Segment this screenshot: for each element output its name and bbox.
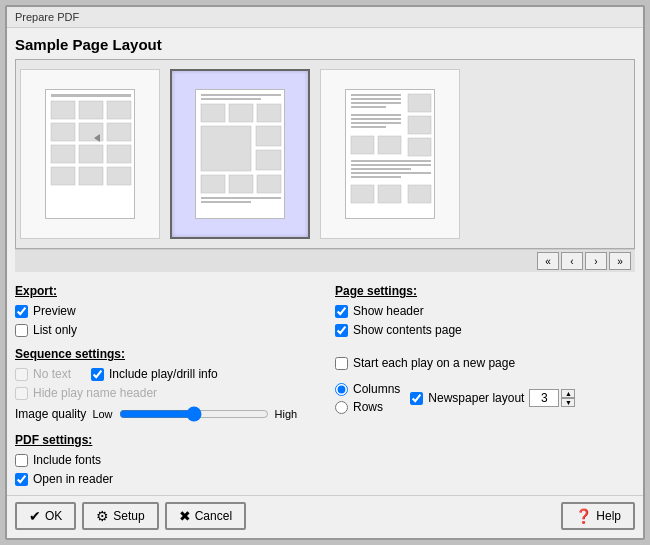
svg-rect-29 <box>351 102 401 104</box>
image-quality-slider[interactable] <box>119 406 269 422</box>
svg-rect-19 <box>201 126 251 171</box>
layout-thumb-3[interactable] <box>320 69 460 239</box>
rows-radio[interactable] <box>335 401 348 414</box>
thumb-inner-1 <box>45 89 135 219</box>
help-button[interactable]: ❓ Help <box>561 502 635 530</box>
list-only-label: List only <box>33 323 77 337</box>
left-panel: Export: Preview List only Sequence setti… <box>15 278 315 487</box>
nav-bar: « ‹ › » <box>15 249 635 272</box>
svg-rect-35 <box>351 122 401 124</box>
svg-rect-4 <box>51 123 75 141</box>
svg-rect-32 <box>408 116 431 134</box>
image-quality-label: Image quality <box>15 407 86 421</box>
ok-button[interactable]: ✔ OK <box>15 502 76 530</box>
svg-rect-40 <box>351 160 431 162</box>
spin-up-button[interactable]: ▲ <box>561 389 575 398</box>
svg-rect-33 <box>351 114 401 116</box>
columns-radio[interactable] <box>335 383 348 396</box>
svg-rect-27 <box>351 94 401 96</box>
svg-rect-10 <box>51 167 75 185</box>
no-text-label: No text <box>33 367 71 381</box>
nav-first-button[interactable]: « <box>537 252 559 270</box>
no-text-checkbox[interactable] <box>15 368 28 381</box>
image-quality-high: High <box>275 408 298 420</box>
svg-rect-8 <box>79 145 103 163</box>
include-play-drill-row: Include play/drill info <box>91 366 218 382</box>
setup-button[interactable]: ⚙ Setup <box>82 502 158 530</box>
ok-label: OK <box>45 509 62 523</box>
image-quality-low: Low <box>92 408 112 420</box>
col-row-radio-group: Columns Rows <box>335 382 400 414</box>
preview-checkbox[interactable] <box>15 305 28 318</box>
list-only-checkbox[interactable] <box>15 324 28 337</box>
open-in-reader-checkbox[interactable] <box>15 473 28 486</box>
start-each-row: Start each play on a new page <box>335 355 635 371</box>
include-play-drill-checkbox[interactable] <box>91 368 104 381</box>
svg-rect-16 <box>201 104 225 122</box>
svg-rect-41 <box>351 164 431 166</box>
svg-rect-26 <box>201 201 251 203</box>
columns-label: Columns <box>353 382 400 396</box>
no-text-row: No text <box>15 366 71 382</box>
svg-rect-39 <box>378 136 401 154</box>
svg-rect-24 <box>257 175 281 193</box>
layout-svg-3 <box>346 90 436 220</box>
cancel-icon: ✖ <box>179 508 191 524</box>
start-each-label: Start each play on a new page <box>353 356 515 370</box>
svg-rect-43 <box>351 172 431 174</box>
svg-rect-11 <box>79 167 103 185</box>
svg-rect-47 <box>408 185 431 203</box>
svg-rect-0 <box>51 94 131 97</box>
newspaper-layout-label: Newspaper layout <box>428 391 524 405</box>
show-header-label: Show header <box>353 304 424 318</box>
columns-radio-row: Columns <box>335 382 400 396</box>
include-fonts-label: Include fonts <box>33 453 101 467</box>
svg-rect-25 <box>201 197 281 199</box>
rows-label: Rows <box>353 400 383 414</box>
open-in-reader-row: Open in reader <box>15 471 315 487</box>
rows-radio-row: Rows <box>335 400 400 414</box>
svg-rect-2 <box>79 101 103 119</box>
nav-prev-button[interactable]: ‹ <box>561 252 583 270</box>
svg-rect-38 <box>351 136 374 154</box>
pdf-settings-header: PDF settings: <box>15 433 315 447</box>
settings-area: Export: Preview List only Sequence setti… <box>15 278 635 487</box>
help-icon: ❓ <box>575 508 592 524</box>
svg-rect-9 <box>107 145 131 163</box>
preview-label: Preview <box>33 304 76 318</box>
hide-play-name-checkbox[interactable] <box>15 387 28 400</box>
columns-count-input[interactable] <box>529 389 559 407</box>
show-header-checkbox[interactable] <box>335 305 348 318</box>
svg-rect-46 <box>378 185 401 203</box>
show-contents-row: Show contents page <box>335 322 635 338</box>
show-contents-checkbox[interactable] <box>335 324 348 337</box>
svg-rect-31 <box>408 94 431 112</box>
nav-last-button[interactable]: » <box>609 252 631 270</box>
include-fonts-checkbox[interactable] <box>15 454 28 467</box>
svg-rect-36 <box>351 126 386 128</box>
layout-thumb-2[interactable] <box>170 69 310 239</box>
layout-svg-1 <box>46 90 136 220</box>
start-each-checkbox[interactable] <box>335 357 348 370</box>
setup-label: Setup <box>113 509 144 523</box>
layout-thumb-1[interactable] <box>20 69 160 239</box>
svg-rect-12 <box>107 167 131 185</box>
svg-rect-42 <box>351 168 411 170</box>
include-play-drill-label: Include play/drill info <box>109 367 218 381</box>
newspaper-checkbox[interactable] <box>410 392 423 405</box>
spin-down-button[interactable]: ▼ <box>561 398 575 407</box>
svg-rect-45 <box>351 185 374 203</box>
cancel-button[interactable]: ✖ Cancel <box>165 502 246 530</box>
nav-next-button[interactable]: › <box>585 252 607 270</box>
sequence-row-1: No text Include play/drill info <box>15 366 315 382</box>
svg-rect-22 <box>201 175 225 193</box>
right-panel: Page settings: Show header Show contents… <box>315 278 635 487</box>
ok-icon: ✔ <box>29 508 41 524</box>
svg-rect-34 <box>351 118 401 120</box>
svg-rect-1 <box>51 101 75 119</box>
main-content: Sample Page Layout <box>7 28 643 495</box>
svg-rect-7 <box>51 145 75 163</box>
list-only-row: List only <box>15 322 315 338</box>
newspaper-area: Newspaper layout ▲ ▼ <box>410 389 575 407</box>
page-settings-header: Page settings: <box>335 284 635 298</box>
